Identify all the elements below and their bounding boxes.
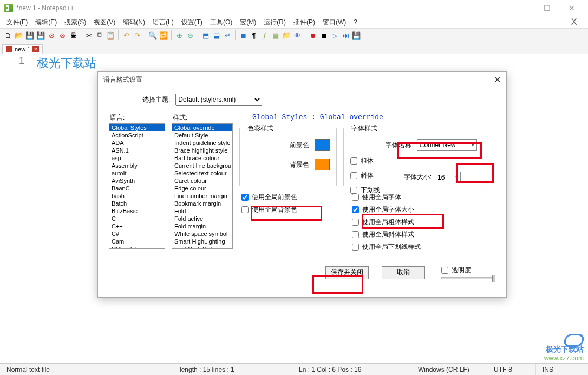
doc-map-icon[interactable]: ▤ (271, 30, 280, 40)
language-item[interactable]: C++ (109, 222, 165, 230)
close-file-icon[interactable]: ⊘ (47, 30, 56, 40)
style-item[interactable]: Fold active (172, 215, 232, 222)
style-item[interactable]: Current line background (172, 162, 232, 169)
tab-new-1[interactable]: new 1 ✕ (2, 44, 43, 54)
language-item[interactable]: CMakeFile (109, 245, 165, 249)
foreground-color-swatch[interactable] (315, 139, 330, 151)
menu-plugins[interactable]: 插件(P) (290, 17, 318, 28)
menu-macro[interactable]: 宏(M) (237, 17, 259, 28)
use-global-fg-checkbox[interactable]: 使用全局前景色 (241, 193, 345, 202)
save-all-icon[interactable]: 💾 (36, 30, 45, 40)
style-item[interactable]: Caret colour (172, 177, 232, 185)
redo-icon[interactable]: ↷ (132, 30, 142, 40)
style-item[interactable]: Smart HighLighting (172, 238, 232, 245)
menu-tools[interactable]: 工具(O) (207, 17, 236, 28)
stop-macro-icon[interactable]: ⏹ (319, 30, 329, 40)
language-item[interactable]: autoIt (109, 169, 165, 177)
style-listbox[interactable]: Global overrideDefault StyleIndent guide… (172, 123, 233, 249)
replay-macro-icon[interactable]: ⏭ (341, 30, 350, 40)
language-item[interactable]: Batch (109, 200, 165, 207)
minimize-button[interactable]: — (511, 0, 535, 16)
menu-encoding[interactable]: 编码(N) (120, 17, 148, 28)
save-icon[interactable]: 💾 (25, 30, 35, 40)
language-item[interactable]: Global Styles (109, 124, 165, 131)
menu-edit[interactable]: 编辑(E) (32, 17, 60, 28)
zoom-out-icon[interactable]: ⊖ (185, 30, 195, 40)
style-item[interactable]: Global override (172, 124, 232, 131)
zoom-in-icon[interactable]: ⊕ (174, 30, 184, 40)
function-list-icon[interactable]: ƒ (260, 30, 270, 40)
indent-guide-icon[interactable]: ≣ (238, 30, 248, 40)
use-global-italic-checkbox[interactable]: 使用全局斜体样式 (352, 230, 421, 239)
paste-icon[interactable]: 📋 (106, 30, 115, 40)
language-item[interactable]: ADA (109, 139, 165, 147)
language-item[interactable]: Assembly (109, 162, 165, 169)
style-item[interactable]: Fold margin (172, 222, 232, 230)
undo-icon[interactable]: ↶ (121, 30, 131, 40)
folder-view-icon[interactable]: 📁 (282, 30, 291, 40)
underline-checkbox[interactable]: 下划线 (350, 186, 394, 195)
font-size-select[interactable]: 16 ▾ (435, 172, 461, 183)
style-item[interactable]: White space symbol (172, 230, 232, 238)
menu-view[interactable]: 视图(V) (90, 17, 119, 28)
language-item[interactable]: Caml (109, 238, 165, 245)
menu-search[interactable]: 搜索(S) (61, 17, 89, 28)
maximize-button[interactable]: ☐ (535, 0, 559, 16)
save-macro-icon[interactable]: 💾 (351, 30, 361, 40)
use-global-bold-checkbox[interactable]: 使用全局粗体样式 (352, 218, 421, 227)
cancel-button[interactable]: 取消 (382, 266, 425, 279)
language-item[interactable]: ASN.1 (109, 147, 165, 154)
record-macro-icon[interactable]: ⏺ (308, 30, 318, 40)
replace-icon[interactable]: 🔁 (159, 30, 168, 40)
language-item[interactable]: BaanC (109, 185, 165, 192)
menu-window[interactable]: 窗口(W) (319, 17, 349, 28)
language-item[interactable]: C# (109, 230, 165, 238)
tab-close-icon[interactable]: ✕ (32, 46, 39, 52)
cut-icon[interactable]: ✂ (84, 30, 94, 40)
secondary-close-icon[interactable]: X (563, 17, 585, 27)
use-global-underline-checkbox[interactable]: 使用全局下划线样式 (352, 242, 421, 252)
monitor-icon[interactable]: 👁 (292, 30, 302, 40)
style-item[interactable]: Line number margin (172, 192, 232, 200)
menu-run[interactable]: 运行(R) (260, 17, 289, 28)
language-listbox[interactable]: Global StylesActionScriptADAASN.1aspAsse… (109, 123, 165, 249)
menu-settings[interactable]: 设置(T) (178, 17, 206, 28)
dialog-close-icon[interactable]: ✕ (494, 75, 501, 85)
copy-icon[interactable]: ⧉ (95, 30, 104, 40)
wrap-icon[interactable]: ↵ (223, 30, 232, 40)
theme-select[interactable]: Default (stylers.xml) (175, 94, 262, 106)
font-name-select[interactable]: Courier New ▾ (417, 139, 477, 151)
whitespace-icon[interactable]: ¶ (249, 30, 259, 40)
open-file-icon[interactable]: 📂 (14, 30, 24, 40)
close-all-icon[interactable]: ⊗ (57, 30, 67, 40)
style-item[interactable]: Indent guideline style (172, 139, 232, 147)
transparency-checkbox[interactable]: 透明度 (441, 266, 471, 275)
style-item[interactable]: Default Style (172, 131, 232, 139)
new-file-icon[interactable]: 🗋 (3, 30, 13, 40)
print-icon[interactable]: 🖶 (68, 30, 78, 40)
style-item[interactable]: Find Mark Style (172, 245, 232, 249)
close-button[interactable]: ✕ (559, 0, 584, 16)
language-item[interactable]: C (109, 215, 165, 222)
background-color-swatch[interactable] (315, 159, 330, 170)
transparency-slider[interactable] (441, 277, 495, 279)
save-and-close-button[interactable]: 保存并关闭 (325, 266, 369, 279)
find-icon[interactable]: 🔍 (148, 30, 158, 40)
menu-file[interactable]: 文件(F) (3, 17, 31, 28)
italic-checkbox[interactable]: 斜体 (350, 171, 394, 180)
style-item[interactable]: Edge colour (172, 185, 232, 192)
language-item[interactable]: ActionScript (109, 131, 165, 139)
sync-v-icon[interactable]: ⬒ (201, 30, 211, 40)
language-item[interactable]: AviSynth (109, 177, 165, 185)
style-item[interactable]: Fold (172, 207, 232, 215)
style-item[interactable]: Bookmark margin (172, 200, 232, 207)
language-item[interactable]: BlitzBasic (109, 207, 165, 215)
language-item[interactable]: asp (109, 154, 165, 162)
style-item[interactable]: Brace highlight style (172, 147, 232, 154)
bold-checkbox[interactable]: 粗体 (350, 156, 394, 166)
style-item[interactable]: Selected text colour (172, 169, 232, 177)
menu-language[interactable]: 语言(L) (149, 17, 177, 28)
play-macro-icon[interactable]: ▷ (330, 30, 339, 40)
use-global-bg-checkbox[interactable]: 使用全局背景色 (241, 205, 345, 214)
sync-h-icon[interactable]: ⬓ (212, 30, 221, 40)
